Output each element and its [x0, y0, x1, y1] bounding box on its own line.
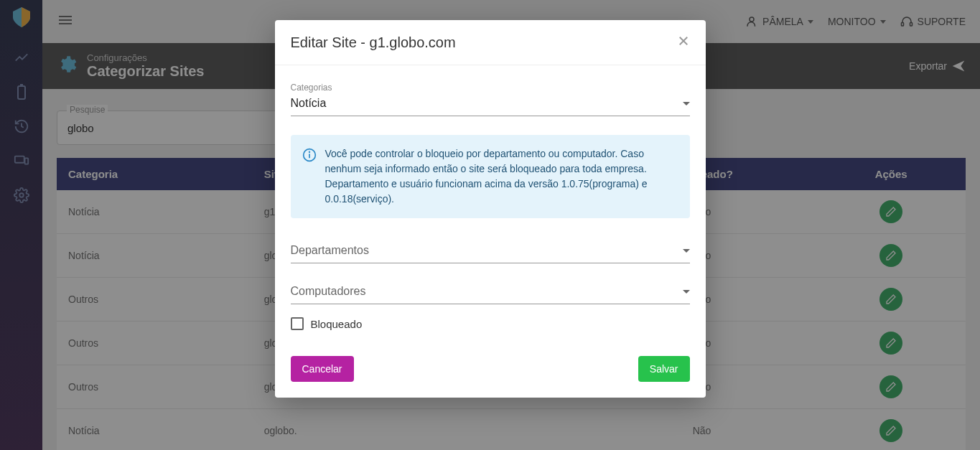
- categorias-select[interactable]: Notícia: [291, 94, 690, 116]
- bloqueado-checkbox[interactable]: [291, 317, 304, 330]
- info-text: Você pode controlar o bloqueio por depar…: [325, 146, 678, 207]
- departamentos-label: Departamentos: [291, 244, 369, 257]
- chevron-down-icon: [683, 290, 690, 294]
- computadores-label: Computadores: [291, 285, 366, 298]
- computadores-select[interactable]: Computadores: [291, 282, 690, 304]
- info-box: Você pode controlar o bloqueio por depar…: [291, 135, 690, 218]
- save-button[interactable]: Salvar: [638, 356, 690, 382]
- close-icon: [677, 34, 690, 47]
- close-button[interactable]: [677, 33, 690, 52]
- modal-overlay[interactable]: Editar Site - g1.globo.com Categorias No…: [0, 0, 980, 450]
- svg-point-15: [309, 151, 309, 152]
- modal-title: Editar Site - g1.globo.com: [291, 34, 456, 51]
- chevron-down-icon: [683, 249, 690, 253]
- edit-site-modal: Editar Site - g1.globo.com Categorias No…: [275, 20, 706, 398]
- info-icon: [302, 148, 317, 207]
- chevron-down-icon: [683, 102, 690, 106]
- bloqueado-label: Bloqueado: [311, 318, 363, 330]
- cancel-button[interactable]: Cancelar: [291, 356, 354, 382]
- categorias-value: Notícia: [291, 97, 327, 110]
- departamentos-select[interactable]: Departamentos: [291, 241, 690, 263]
- categorias-label: Categorias: [291, 83, 690, 93]
